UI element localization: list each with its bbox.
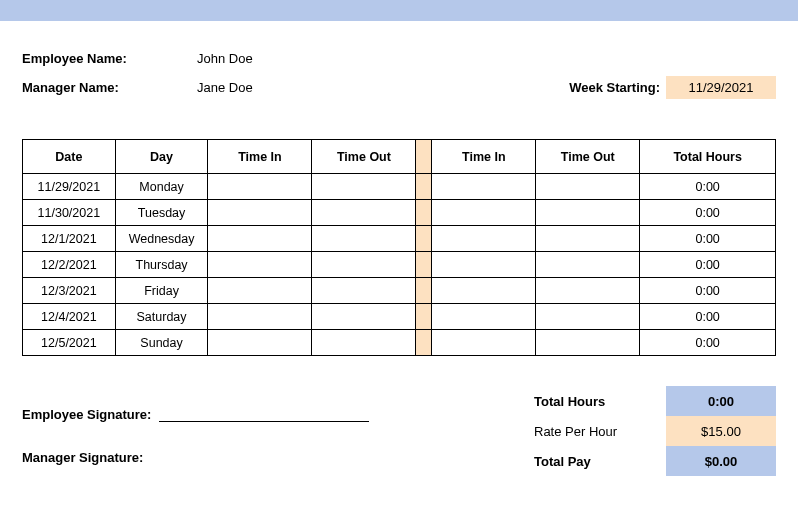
rate-per-hour-value[interactable]: $15.00 xyxy=(666,416,776,446)
cell-date: 12/2/2021 xyxy=(23,252,116,278)
top-bar xyxy=(0,0,798,21)
employee-name-value: John Doe xyxy=(197,51,253,66)
col-separator xyxy=(416,140,432,174)
col-time-out-2: Time Out xyxy=(536,140,640,174)
employee-signature-line[interactable] xyxy=(159,406,369,422)
cell-time-in-1[interactable] xyxy=(208,200,312,226)
cell-time-in-1[interactable] xyxy=(208,252,312,278)
cell-time-out-2[interactable] xyxy=(536,252,640,278)
cell-time-out-2[interactable] xyxy=(536,200,640,226)
col-day: Day xyxy=(115,140,208,174)
col-time-out-1: Time Out xyxy=(312,140,416,174)
header-section: Employee Name: John Doe Manager Name: Ja… xyxy=(0,21,798,119)
cell-time-out-2[interactable] xyxy=(536,278,640,304)
cell-date: 11/30/2021 xyxy=(23,200,116,226)
cell-time-out-2[interactable] xyxy=(536,174,640,200)
employee-name-label: Employee Name: xyxy=(22,51,197,66)
timesheet-table: Date Day Time In Time Out Time In Time O… xyxy=(22,139,776,356)
cell-day: Friday xyxy=(115,278,208,304)
cell-time-in-1[interactable] xyxy=(208,174,312,200)
cell-day: Monday xyxy=(115,174,208,200)
cell-total-hours: 0:00 xyxy=(640,200,776,226)
signature-section: Employee Signature: Manager Signature: xyxy=(22,386,526,476)
table-row: 12/5/2021Sunday0:00 xyxy=(23,330,776,356)
cell-time-in-2[interactable] xyxy=(432,200,536,226)
employee-name-row: Employee Name: John Doe xyxy=(22,51,776,66)
cell-separator xyxy=(416,278,432,304)
table-row: 12/3/2021Friday0:00 xyxy=(23,278,776,304)
table-row: 12/4/2021Saturday0:00 xyxy=(23,304,776,330)
cell-time-in-1[interactable] xyxy=(208,278,312,304)
cell-separator xyxy=(416,330,432,356)
cell-time-out-1[interactable] xyxy=(312,304,416,330)
cell-time-in-1[interactable] xyxy=(208,304,312,330)
week-starting-value[interactable]: 11/29/2021 xyxy=(666,76,776,99)
cell-day: Saturday xyxy=(115,304,208,330)
cell-time-out-2[interactable] xyxy=(536,304,640,330)
cell-total-hours: 0:00 xyxy=(640,278,776,304)
manager-signature-label: Manager Signature: xyxy=(22,450,143,465)
table-row: 12/2/2021Thursday0:00 xyxy=(23,252,776,278)
cell-time-out-1[interactable] xyxy=(312,174,416,200)
total-hours-label: Total Hours xyxy=(526,386,666,416)
cell-total-hours: 0:00 xyxy=(640,174,776,200)
col-time-in-2: Time In xyxy=(432,140,536,174)
col-total-hours: Total Hours xyxy=(640,140,776,174)
cell-separator xyxy=(416,200,432,226)
cell-time-out-1[interactable] xyxy=(312,226,416,252)
cell-separator xyxy=(416,252,432,278)
rate-per-hour-label: Rate Per Hour xyxy=(526,416,666,446)
cell-time-in-2[interactable] xyxy=(432,252,536,278)
cell-date: 12/5/2021 xyxy=(23,330,116,356)
cell-total-hours: 0:00 xyxy=(640,330,776,356)
manager-name-value: Jane Doe xyxy=(197,80,253,95)
cell-separator xyxy=(416,304,432,330)
col-time-in-1: Time In xyxy=(208,140,312,174)
cell-time-out-1[interactable] xyxy=(312,330,416,356)
cell-day: Wednesday xyxy=(115,226,208,252)
total-pay-value: $0.00 xyxy=(666,446,776,476)
cell-date: 12/1/2021 xyxy=(23,226,116,252)
week-starting-label: Week Starting: xyxy=(569,80,660,95)
cell-total-hours: 0:00 xyxy=(640,226,776,252)
cell-time-out-1[interactable] xyxy=(312,200,416,226)
table-row: 12/1/2021Wednesday0:00 xyxy=(23,226,776,252)
cell-time-in-2[interactable] xyxy=(432,278,536,304)
cell-time-out-1[interactable] xyxy=(312,278,416,304)
employee-signature-label: Employee Signature: xyxy=(22,407,151,422)
cell-time-in-2[interactable] xyxy=(432,330,536,356)
col-date: Date xyxy=(23,140,116,174)
cell-time-out-2[interactable] xyxy=(536,330,640,356)
total-hours-value: 0:00 xyxy=(666,386,776,416)
cell-time-in-2[interactable] xyxy=(432,174,536,200)
cell-date: 11/29/2021 xyxy=(23,174,116,200)
cell-separator xyxy=(416,226,432,252)
cell-time-in-2[interactable] xyxy=(432,304,536,330)
cell-total-hours: 0:00 xyxy=(640,252,776,278)
table-row: 11/29/2021Monday0:00 xyxy=(23,174,776,200)
table-header-row: Date Day Time In Time Out Time In Time O… xyxy=(23,140,776,174)
total-pay-label: Total Pay xyxy=(526,446,666,476)
cell-time-out-2[interactable] xyxy=(536,226,640,252)
cell-separator xyxy=(416,174,432,200)
manager-name-row: Manager Name: Jane Doe Week Starting: 11… xyxy=(22,76,776,99)
cell-day: Sunday xyxy=(115,330,208,356)
cell-day: Thursday xyxy=(115,252,208,278)
table-row: 11/30/2021Tuesday0:00 xyxy=(23,200,776,226)
cell-date: 12/3/2021 xyxy=(23,278,116,304)
cell-date: 12/4/2021 xyxy=(23,304,116,330)
totals-section: Total Hours 0:00 Rate Per Hour $15.00 To… xyxy=(526,386,776,476)
cell-day: Tuesday xyxy=(115,200,208,226)
cell-time-out-1[interactable] xyxy=(312,252,416,278)
cell-time-in-1[interactable] xyxy=(208,226,312,252)
cell-time-in-2[interactable] xyxy=(432,226,536,252)
manager-name-label: Manager Name: xyxy=(22,80,197,95)
cell-total-hours: 0:00 xyxy=(640,304,776,330)
cell-time-in-1[interactable] xyxy=(208,330,312,356)
